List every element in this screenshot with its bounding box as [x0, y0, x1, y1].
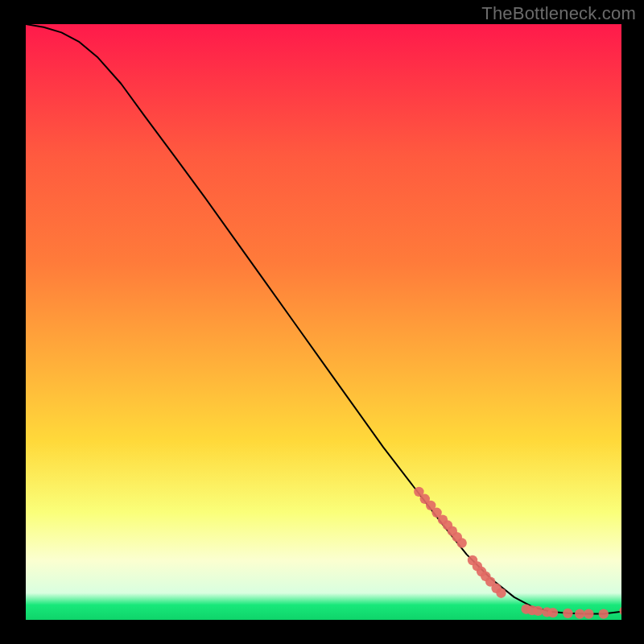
data-marker — [496, 588, 506, 598]
gradient-background — [26, 24, 621, 620]
data-marker — [575, 609, 584, 618]
data-marker — [563, 609, 572, 618]
data-marker — [599, 609, 609, 618]
plot-area — [26, 24, 621, 620]
chart-svg — [26, 24, 621, 620]
chart-frame: TheBottleneck.com — [0, 0, 644, 644]
watermark-text: TheBottleneck.com — [481, 3, 636, 24]
data-marker — [548, 608, 558, 617]
data-marker — [584, 609, 593, 618]
data-marker — [456, 538, 466, 547]
data-marker — [533, 606, 543, 616]
